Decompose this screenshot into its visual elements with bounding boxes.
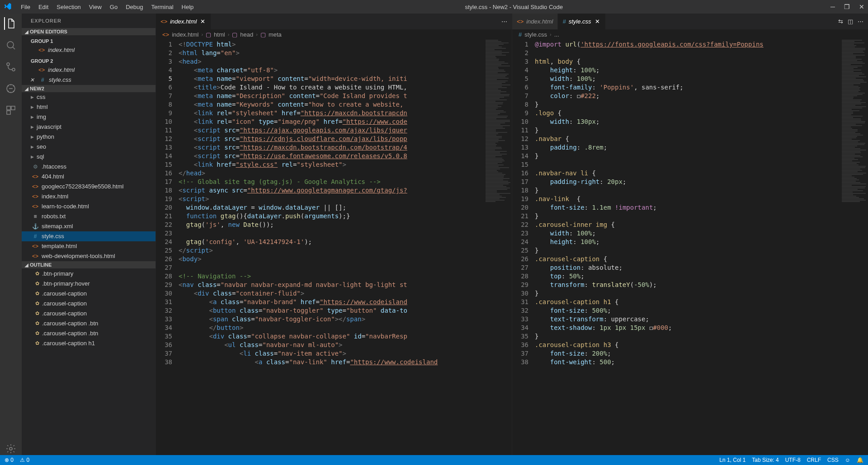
extensions-icon[interactable] xyxy=(5,104,17,117)
folder-item[interactable]: ▶seo xyxy=(22,142,156,152)
split-icon[interactable]: ◫ xyxy=(848,18,853,25)
outline-item[interactable]: ✿.carousel-caption xyxy=(22,288,156,298)
file-item[interactable]: #style.css xyxy=(22,231,156,241)
svg-point-1 xyxy=(7,63,9,66)
file-item[interactable]: <>web-development-tools.html xyxy=(22,251,156,261)
search-icon[interactable] xyxy=(5,39,17,52)
file-item[interactable]: <>template.html xyxy=(22,241,156,251)
folder-item[interactable]: ▶sql xyxy=(22,152,156,162)
menu-debug[interactable]: Debug xyxy=(122,2,146,12)
status-warnings[interactable]: ⚠ 0 xyxy=(20,457,29,463)
group-1-label: GROUP 1 xyxy=(22,35,156,45)
open-editor-item[interactable]: <>index.html xyxy=(22,65,156,75)
minimap[interactable] xyxy=(841,39,868,455)
folder-item[interactable]: ▶html xyxy=(22,102,156,112)
status-bell-icon[interactable]: 🔔 xyxy=(857,457,863,463)
status-lang[interactable]: CSS xyxy=(827,457,839,463)
status-errors[interactable]: ⊗ 0 xyxy=(5,457,14,463)
outline-header[interactable]: ◢OUTLINE xyxy=(22,261,156,268)
outline-item[interactable]: ✿.carousel-caption .btn xyxy=(22,328,156,338)
sidebar: EXPLORER ◢OPEN EDITORS GROUP 1 <>index.h… xyxy=(22,14,156,455)
status-bar: ⊗ 0 ⚠ 0 Ln 1, Col 1 Tab Size: 4 UTF-8 CR… xyxy=(0,455,868,465)
explorer-icon[interactable] xyxy=(4,17,17,30)
source-control-icon[interactable] xyxy=(5,61,17,73)
file-item[interactable]: <>index.html xyxy=(22,192,156,202)
folder-item[interactable]: ▶css xyxy=(22,92,156,102)
outline-item[interactable]: ✿.btn-primary xyxy=(22,268,156,278)
folder-item[interactable]: ▶img xyxy=(22,112,156,122)
close-tab-icon[interactable]: ✕ xyxy=(594,18,601,25)
file-item[interactable]: <>learn-to-code.html xyxy=(22,202,156,211)
open-editors-header[interactable]: ◢OPEN EDITORS xyxy=(22,28,156,35)
outline-item[interactable]: ✿.carousel-caption xyxy=(22,308,156,318)
tab-style-css[interactable]: #style.css✕ xyxy=(558,14,605,29)
breadcrumb[interactable]: <>index.html› ▢html› ▢head› ▢meta xyxy=(156,29,512,39)
menu-file[interactable]: File xyxy=(17,2,34,12)
line-gutter: 1234567891011121314151617181920212223242… xyxy=(156,39,179,455)
editor-group-2: <>index.html #style.css✕ ⇆ ◫ ⋯ #style.cs… xyxy=(512,14,868,455)
outline-item[interactable]: ✿.carousel-caption h1 xyxy=(22,338,156,348)
menu-go[interactable]: Go xyxy=(106,2,121,12)
status-eol[interactable]: CRLF xyxy=(807,457,821,463)
svg-point-2 xyxy=(12,68,15,71)
tab-index-html[interactable]: <>index.html✕ xyxy=(156,14,211,29)
file-item[interactable]: <>googlecc752283459e5508.html xyxy=(22,182,156,192)
group-2-label: GROUP 2 xyxy=(22,55,156,65)
svg-rect-5 xyxy=(11,106,15,110)
outline-item[interactable]: ✿.carousel-caption .btn xyxy=(22,318,156,328)
menu-selection[interactable]: Selection xyxy=(53,2,84,12)
tab-index-html-2[interactable]: <>index.html xyxy=(512,14,558,29)
more-icon[interactable]: ⋯ xyxy=(858,18,863,25)
settings-gear-icon[interactable] xyxy=(5,442,17,455)
menu-bar: File Edit Selection View Go Debug Termin… xyxy=(17,2,197,12)
debug-icon[interactable] xyxy=(5,82,17,95)
status-encoding[interactable]: UTF-8 xyxy=(785,457,801,463)
status-feedback-icon[interactable]: ☺ xyxy=(845,457,850,463)
vscode-logo-icon xyxy=(4,2,13,11)
svg-point-0 xyxy=(7,42,14,48)
status-cursor[interactable]: Ln 1, Col 1 xyxy=(719,457,745,463)
status-tabsize[interactable]: Tab Size: 4 xyxy=(752,457,778,463)
open-editor-item[interactable]: <>index.html xyxy=(22,45,156,55)
line-gutter: 1234567891011121314151617181920212223242… xyxy=(512,39,535,455)
titlebar: File Edit Selection View Go Debug Termin… xyxy=(0,0,868,14)
file-item[interactable]: ⚙.htaccess xyxy=(22,162,156,172)
file-item[interactable]: ⚓sitemap.xml xyxy=(22,221,156,231)
sidebar-title: EXPLORER xyxy=(22,14,156,28)
svg-rect-4 xyxy=(7,106,10,110)
more-icon[interactable]: ⋯ xyxy=(501,18,507,25)
outline-item[interactable]: ✿.carousel-caption xyxy=(22,298,156,308)
file-item[interactable]: ≡robots.txt xyxy=(22,211,156,221)
outline-item[interactable]: ✿.btn-primary:hover xyxy=(22,278,156,288)
file-item[interactable]: <>404.html xyxy=(22,172,156,182)
project-header[interactable]: ◢NEW2 xyxy=(22,85,156,92)
menu-view[interactable]: View xyxy=(85,2,105,12)
minimap[interactable] xyxy=(485,39,512,455)
code-editor[interactable]: <!DOCTYPE html><html lang="en"><head> <m… xyxy=(179,39,485,455)
compare-icon[interactable]: ⇆ xyxy=(838,18,843,25)
minimize-icon[interactable]: ─ xyxy=(830,3,835,10)
close-tab-icon[interactable]: ✕ xyxy=(199,18,206,25)
close-icon[interactable]: ✕ xyxy=(859,3,864,10)
activity-bar xyxy=(0,14,22,455)
folder-item[interactable]: ▶python xyxy=(22,132,156,142)
open-editor-item[interactable]: ✕#style.css xyxy=(22,75,156,85)
maximize-icon[interactable]: ❐ xyxy=(844,3,850,10)
menu-edit[interactable]: Edit xyxy=(35,2,52,12)
folder-item[interactable]: ▶javascript xyxy=(22,122,156,132)
svg-rect-6 xyxy=(7,111,10,114)
breadcrumb[interactable]: #style.css›... xyxy=(512,29,868,39)
menu-help[interactable]: Help xyxy=(178,2,198,12)
window-title: style.css - New2 - Visual Studio Code xyxy=(197,4,830,10)
svg-point-7 xyxy=(9,447,12,450)
editor-group-1: <>index.html✕ ⋯ <>index.html› ▢html› ▢he… xyxy=(156,14,512,455)
menu-terminal[interactable]: Terminal xyxy=(147,2,177,12)
close-editor-icon[interactable]: ✕ xyxy=(30,75,34,85)
code-editor[interactable]: @import url('https://fonts.googleapis.co… xyxy=(535,39,841,455)
